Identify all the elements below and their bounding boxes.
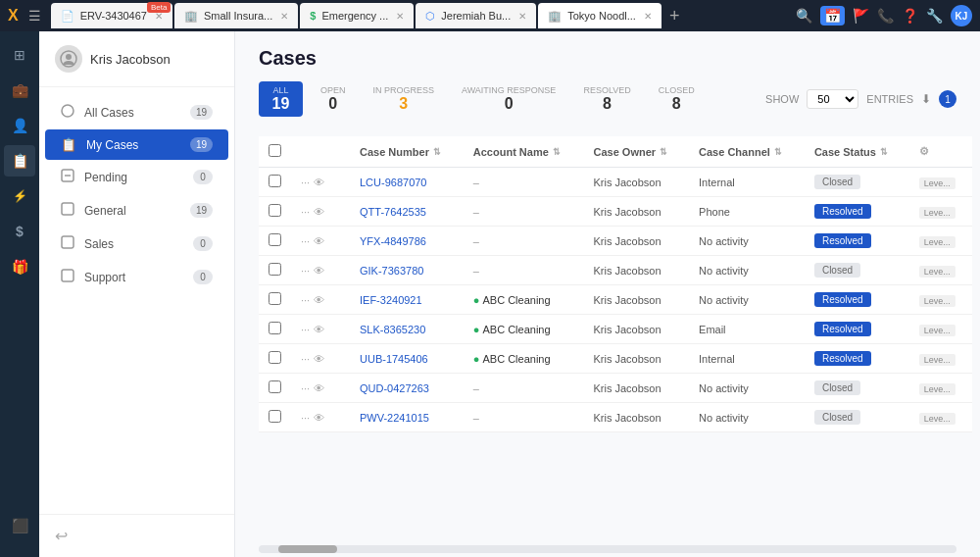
row-view-icon[interactable]: 👁: [314, 294, 324, 306]
sidebar-icon-grid[interactable]: ⊞: [4, 39, 35, 71]
row-checkbox-8[interactable]: [269, 410, 281, 423]
row-more-icon[interactable]: ···: [301, 265, 310, 277]
menu-icon[interactable]: ☰: [28, 8, 41, 24]
row-actions-cell: ··· 👁: [291, 344, 350, 374]
case-channel-sort-icon[interactable]: ⇅: [774, 147, 782, 157]
case-number[interactable]: IEF-3240921: [360, 294, 422, 306]
calendar-icon[interactable]: 📅: [820, 6, 845, 25]
account-dot: ●: [473, 294, 480, 306]
sidebar-icon-gift[interactable]: 🎁: [4, 251, 35, 282]
add-tab-button[interactable]: +: [663, 6, 686, 26]
sidebar-item-support[interactable]: Support 0: [45, 261, 228, 293]
download-icon[interactable]: ⬇: [921, 92, 931, 106]
sidebar-return-icon[interactable]: ↩: [55, 528, 68, 544]
row-view-icon[interactable]: 👁: [314, 265, 324, 277]
row-actions-cell: ··· 👁: [291, 227, 350, 256]
row-more-icon[interactable]: ···: [301, 382, 310, 394]
row-checkbox-2[interactable]: [269, 233, 281, 246]
help-icon[interactable]: ❓: [902, 8, 918, 24]
row-view-icon[interactable]: 👁: [314, 206, 324, 218]
tab-emergency-close[interactable]: ✕: [396, 11, 404, 22]
tab-small-insura[interactable]: 🏢 Small Insura... ✕: [174, 3, 298, 28]
case-number[interactable]: PWV-2241015: [360, 412, 429, 424]
row-checkbox-7[interactable]: [269, 380, 281, 393]
tab-jeremiah-close[interactable]: ✕: [518, 11, 526, 22]
filter-tab-open[interactable]: OPEN 0: [311, 81, 356, 117]
filter-awaiting-label: AWAITING RESPONSE: [462, 85, 556, 95]
tab-tokyo-close[interactable]: ✕: [644, 11, 652, 22]
sidebar-item-all-cases[interactable]: All Cases 19: [45, 96, 228, 128]
tab-small-insura-close[interactable]: ✕: [280, 11, 288, 22]
sidebar-icon-dollar[interactable]: $: [4, 216, 35, 247]
table-settings-icon[interactable]: ⚙: [919, 145, 929, 157]
filter-tab-closed[interactable]: CLOSED 8: [649, 81, 705, 117]
settings-icon[interactable]: 🔧: [926, 8, 943, 24]
case-channel-header: Case Channel ⇅: [689, 136, 805, 168]
sidebar-item-pending[interactable]: Pending 0: [45, 161, 228, 193]
row-more-icon[interactable]: ···: [301, 294, 310, 306]
case-status-sort-icon[interactable]: ⇅: [880, 147, 888, 157]
table-row: ··· 👁 QUD-0427263 – Kris Jacobson No act…: [259, 374, 972, 403]
tab-jeremiah[interactable]: ⬡ Jeremiah Bu... ✕: [416, 3, 536, 28]
row-more-icon[interactable]: ···: [301, 412, 310, 424]
horizontal-scrollbar[interactable]: [259, 545, 956, 553]
case-number[interactable]: LCU-9687070: [360, 177, 427, 188]
account-dot: ●: [473, 324, 480, 335]
row-more-icon[interactable]: ···: [301, 177, 310, 188]
row-view-icon[interactable]: 👁: [314, 324, 324, 335]
sidebar-icon-briefcase[interactable]: 💼: [4, 75, 35, 106]
sidebar-icon-user[interactable]: 👤: [4, 110, 35, 141]
tab-tokyo[interactable]: 🏢 Tokyo Noodl... ✕: [538, 3, 662, 28]
sidebar-icon-document[interactable]: 📋: [4, 145, 35, 177]
case-number[interactable]: YFX-4849786: [360, 235, 426, 247]
row-more-icon[interactable]: ···: [301, 353, 310, 365]
row-checkbox-6[interactable]: [269, 351, 281, 364]
case-number[interactable]: SLK-8365230: [360, 324, 425, 335]
row-more-icon[interactable]: ···: [301, 324, 310, 335]
filter-tab-resolved[interactable]: RESOLVED 8: [573, 81, 640, 117]
sidebar-icon-filter[interactable]: ⚡: [4, 180, 35, 212]
case-number[interactable]: QTT-7642535: [360, 206, 426, 218]
flag-icon[interactable]: 🚩: [853, 8, 869, 24]
search-icon[interactable]: 🔍: [796, 8, 812, 24]
row-view-icon[interactable]: 👁: [314, 382, 324, 394]
svg-rect-6: [62, 236, 74, 248]
user-avatar[interactable]: KJ: [951, 5, 972, 26]
case-number[interactable]: QUD-0427263: [360, 382, 429, 394]
row-view-icon[interactable]: 👁: [314, 177, 324, 188]
row-view-icon[interactable]: 👁: [314, 412, 324, 424]
row-checkbox-1[interactable]: [269, 204, 281, 217]
scroll-thumb[interactable]: [278, 545, 337, 553]
sidebar-icon-bottom[interactable]: ⬛: [4, 510, 35, 541]
row-checkbox-4[interactable]: [269, 292, 281, 305]
select-all-checkbox[interactable]: [269, 144, 281, 157]
entries-select[interactable]: 50 25 100: [807, 89, 858, 109]
row-more-icon[interactable]: ···: [301, 206, 310, 218]
case-owner-sort-icon[interactable]: ⇅: [660, 147, 667, 157]
case-channel-cell: No activity: [689, 403, 805, 432]
table-row: ··· 👁 SLK-8365230 ●ABC Cleaning Kris Jac…: [259, 315, 972, 344]
account-name-sort-icon[interactable]: ⇅: [553, 147, 561, 157]
tab-emergency[interactable]: $ Emergency ... ✕: [300, 3, 414, 28]
case-number[interactable]: UUB-1745406: [360, 353, 428, 365]
status-badge: Closed: [814, 263, 860, 278]
sidebar-item-general[interactable]: General 19: [45, 194, 228, 227]
table-controls: SHOW 50 25 100 ENTRIES ⬇ 1: [765, 89, 956, 109]
case-number-sort-icon[interactable]: ⇅: [433, 147, 441, 157]
filter-tab-all[interactable]: ALL 19: [259, 81, 303, 117]
row-view-icon[interactable]: 👁: [314, 235, 324, 247]
sidebar-item-sales[interactable]: Sales 0: [45, 228, 228, 260]
filter-tab-in-progress[interactable]: IN PROGRESS 3: [364, 81, 445, 117]
case-number[interactable]: GIK-7363780: [360, 265, 423, 277]
page-number-badge[interactable]: 1: [939, 90, 956, 108]
level-badge: Leve...: [919, 354, 956, 366]
status-badge: Resolved: [814, 292, 871, 307]
row-view-icon[interactable]: 👁: [314, 353, 324, 365]
row-checkbox-5[interactable]: [269, 322, 281, 334]
filter-tab-awaiting[interactable]: AWAITING RESPONSE 0: [452, 81, 565, 117]
row-checkbox-3[interactable]: [269, 263, 281, 276]
sidebar-item-my-cases[interactable]: 📋 My Cases 19: [45, 129, 228, 160]
row-checkbox-0[interactable]: [269, 175, 281, 187]
phone-icon[interactable]: 📞: [877, 8, 894, 24]
row-more-icon[interactable]: ···: [301, 235, 310, 247]
